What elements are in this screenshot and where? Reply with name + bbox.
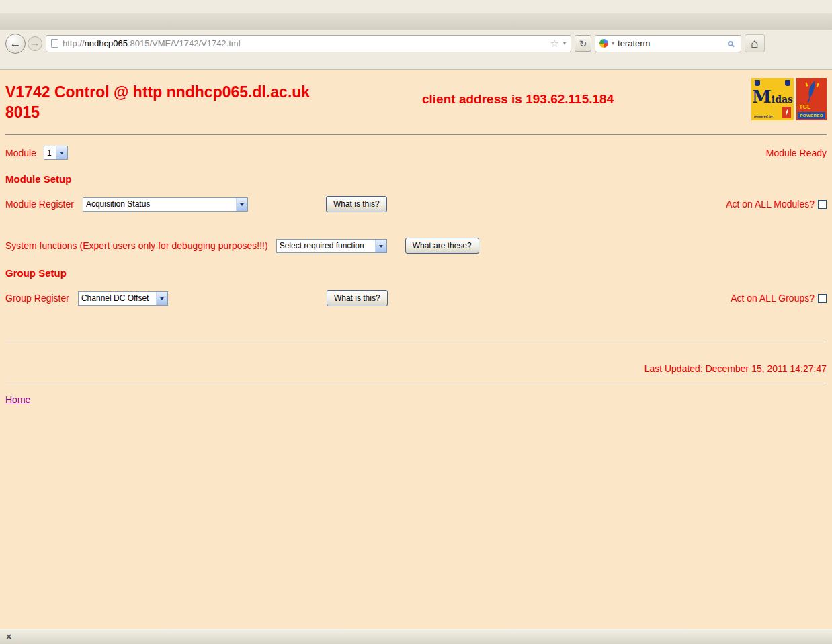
system-function-select-value: Select required function [277,241,375,250]
tcl-powered-logo: TCL POWERED [796,78,827,120]
group-register-select[interactable]: Channel DC Offset [78,291,168,306]
what-is-this-group-button[interactable]: What is this? [327,290,388,306]
navigation-toolbar: ← → http://nndhcp065:8015/VME/V1742/V174… [0,30,832,56]
dropdown-arrow-icon [56,146,67,159]
module-row: Module 1 Module Ready [5,146,827,160]
bookmarks-toolbar [0,56,832,70]
act-all-modules-label: Act on ALL Modules? [726,199,815,210]
act-all-modules: Act on ALL Modules? [726,199,827,210]
logos: Midas powered by TCL POWER [751,78,827,120]
shield-icon [755,80,760,86]
last-updated-text: Last Updated: December 15, 2011 14:27:47 [5,363,827,374]
system-functions-row: System functions (Expert users only for … [5,238,827,254]
back-arrow-icon: ← [10,37,22,50]
bookmark-star-icon[interactable]: ☆ [550,38,559,50]
module-register-select-value: Acquisition Status [83,199,236,209]
midas-logo-footer: powered by [754,107,791,118]
module-register-label: Module Register [5,199,74,210]
dropdown-arrow-icon [156,292,167,305]
module-ready-status: Module Ready [766,148,827,158]
divider [5,134,827,135]
dropdown-arrow-icon [236,198,247,211]
search-input[interactable] [618,38,724,48]
group-register-row: Group Register Channel DC Offset What is… [5,290,827,306]
page-icon [51,39,58,48]
module-register-select[interactable]: Acquisition Status [83,197,248,212]
act-all-groups-label: Act on ALL Groups? [731,293,815,304]
what-is-this-button[interactable]: What is this? [326,196,387,212]
group-register-select-value: Channel DC Offset [79,293,156,303]
close-icon[interactable]: × [6,631,11,642]
url-input[interactable]: http://nndhcp065:8015/VME/V1742/V1742.tm… [46,35,571,52]
group-setup-heading: Group Setup [5,267,827,279]
tcl-logo-text: TCL [799,103,811,110]
system-functions-label: System functions (Expert users only for … [5,240,268,251]
act-all-groups: Act on ALL Groups? [731,293,827,304]
page-title: V1742 Control @ http nndhcp065.dl.ac.uk … [5,82,341,122]
group-register-label: Group Register [5,293,69,304]
reload-icon: ↻ [579,38,587,49]
divider [5,383,827,383]
midas-logo: Midas powered by [751,78,794,120]
google-engine-icon[interactable] [599,39,608,48]
tcl-powered-text: POWERED [798,112,825,119]
dropdown-arrow-icon [375,240,386,252]
home-link[interactable]: Home [5,394,30,405]
browser-window: ← → http://nndhcp065:8015/VME/V1742/V174… [0,0,832,644]
tab-bar [0,13,832,30]
search-box[interactable]: ▾ [595,35,741,52]
forward-arrow-icon: → [31,38,40,48]
what-are-these-button[interactable]: What are these? [405,238,479,254]
module-label: Module [5,148,36,158]
page-header: V1742 Control @ http nndhcp065.dl.ac.uk … [5,70,827,134]
bookmark-dropdown-icon[interactable]: ▾ [563,40,566,46]
act-all-groups-checkbox[interactable] [818,294,827,303]
forward-button[interactable]: → [28,36,42,51]
module-select-value: 1 [44,148,56,158]
url-text: http://nndhcp065:8015/VME/V1742/V1742.tm… [63,38,241,48]
home-button[interactable]: ⌂ [745,34,765,52]
midas-powered-text: powered by [754,114,773,118]
system-function-select[interactable]: Select required function [276,239,387,253]
tcl-mini-logo [782,107,791,118]
module-select[interactable]: 1 [44,146,68,160]
page-content: V1742 Control @ http nndhcp065.dl.ac.uk … [0,70,832,629]
client-address: client address is 193.62.115.184 [422,92,614,107]
feather-icon [803,79,821,105]
shield-icon [785,80,790,86]
back-button[interactable]: ← [5,34,26,54]
reload-button[interactable]: ↻ [575,35,591,52]
menu-bar [0,0,832,13]
divider [5,342,827,342]
status-bar: × [0,629,832,644]
module-register-row: Module Register Acquisition Status What … [5,196,827,212]
engine-dropdown-icon[interactable]: ▾ [612,40,614,46]
act-all-modules-checkbox[interactable] [818,200,827,209]
module-setup-heading: Module Setup [5,173,827,185]
home-icon: ⌂ [751,36,758,51]
search-icon[interactable] [728,41,733,46]
feather-icon [784,108,790,117]
midas-logo-text: Midas [751,87,794,107]
